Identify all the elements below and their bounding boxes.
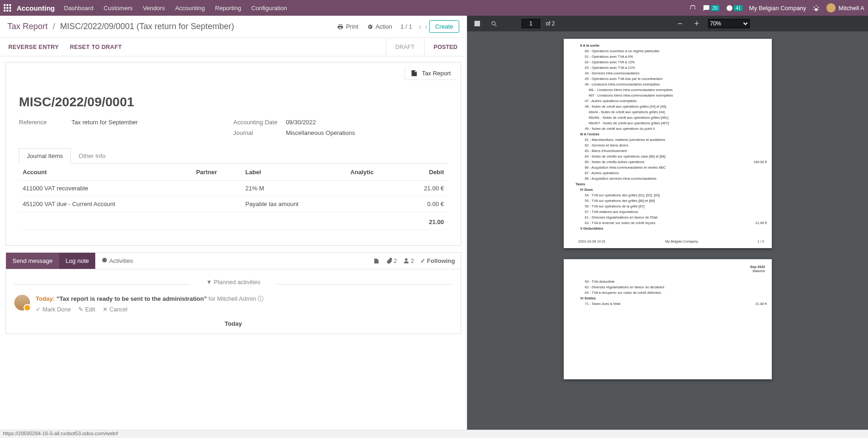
- pdf-line: 86 - Acquisition intra-communautaires et…: [576, 164, 767, 170]
- pdf-line: 61 - Diverses régularisations en faveur …: [576, 214, 767, 220]
- nav-accounting[interactable]: Accounting: [175, 5, 205, 12]
- zoom-in-icon[interactable]: +: [691, 18, 702, 29]
- create-button[interactable]: Create: [429, 20, 459, 33]
- pdf-page-total: of 2: [546, 20, 555, 27]
- table-row[interactable]: 411000 VAT recoverable 21% M 21.00 €: [19, 181, 448, 196]
- col-account[interactable]: Account: [19, 164, 192, 181]
- zoom-select[interactable]: 70%: [708, 19, 750, 28]
- nav-reporting[interactable]: Reporting: [215, 5, 241, 12]
- reverse-entry-button[interactable]: REVERSE ENTRY: [8, 44, 59, 50]
- chatter-book-icon[interactable]: [373, 258, 380, 264]
- journal-value: Miscellaneous Operations: [286, 129, 355, 136]
- pdf-line: 44 - Services intra-communautaires: [576, 70, 767, 76]
- attachments-count[interactable]: 2: [386, 257, 397, 264]
- pdf-line: 49 - Notes de crédit aux opérations du p…: [576, 126, 767, 131]
- search-icon[interactable]: [488, 18, 499, 29]
- pdf-line: 47 - Autres opérations exemptées: [576, 98, 767, 103]
- activity-title: "Tax report is ready to be sent to the a…: [56, 295, 207, 302]
- pdf-page-2: Sep 2022 Balance 59 - TVA déductible62 -…: [564, 259, 772, 379]
- top-nav: Accounting Dashboard Customers Vendors A…: [0, 0, 868, 16]
- pdf-footer-pageno: 1 / 2: [757, 239, 764, 243]
- pdf-line: VI Soldes: [576, 295, 767, 301]
- pdf-line: 83 - Biens d'investissement: [576, 148, 767, 153]
- nav-configuration[interactable]: Configuration: [251, 5, 287, 12]
- activities-icon[interactable]: 41: [726, 5, 743, 12]
- pdf-line: 00 - Opérations soumises à un régime par…: [576, 48, 767, 54]
- pager: 1 / 1: [400, 23, 412, 30]
- pdf-line: 48 - Notes de crédit aux opérations gril…: [576, 103, 767, 109]
- table-row[interactable]: 451200 VAT due - Current Account Payable…: [19, 196, 448, 212]
- accounting-date-value: 09/30/2022: [286, 119, 316, 126]
- pdf-line: Taxes: [576, 181, 767, 187]
- tab-other-info[interactable]: Other Info: [71, 148, 113, 164]
- pdf-toolbar: of 2 − + 70%: [467, 16, 868, 31]
- status-bar: REVERSE ENTRY RESET TO DRAFT DRAFT POSTE…: [0, 38, 467, 56]
- app-brand[interactable]: Accounting: [17, 4, 55, 12]
- zoom-out-icon[interactable]: −: [675, 18, 686, 29]
- pdf-page-input[interactable]: [522, 19, 540, 28]
- accounting-date-label: Accounting Date: [234, 119, 284, 126]
- pdf-line: 46 - Livraisons intra-communautaires exe…: [576, 81, 767, 87]
- pager-prev[interactable]: ‹: [417, 23, 423, 31]
- pdf2-month: Sep 2022: [750, 265, 765, 269]
- pdf-line: IV Dues: [576, 187, 767, 192]
- following-button[interactable]: ✓ Following: [420, 257, 455, 264]
- company-switcher[interactable]: My Belgian Company: [749, 5, 806, 12]
- activities-button[interactable]: Activities: [95, 253, 139, 269]
- activity-for: for Mitchell Admin: [209, 295, 256, 302]
- svg-point-0: [492, 21, 495, 25]
- pdf-line: 85 - Notes de crédits autres opérations1…: [576, 159, 767, 164]
- status-posted[interactable]: POSTED: [424, 38, 467, 56]
- log-note-button[interactable]: Log note: [59, 253, 96, 269]
- debug-icon[interactable]: [813, 4, 820, 12]
- activity-item: Today: "Tax report is ready to be sent t…: [14, 292, 452, 316]
- col-debit[interactable]: Debit: [400, 164, 448, 181]
- action-button[interactable]: Action: [367, 23, 392, 30]
- pdf-line: 46L - Livraisons biens intra-communautai…: [576, 87, 767, 92]
- col-partner[interactable]: Partner: [192, 164, 242, 181]
- pdf-line: 48s46L - Notes de crédit aux opérations …: [576, 115, 767, 120]
- pager-next[interactable]: ›: [423, 23, 429, 31]
- journal-label: Journal: [234, 129, 284, 136]
- pdf-line: 46T - Livraisons biens intra-communautai…: [576, 92, 767, 98]
- activities-badge: 41: [734, 5, 743, 11]
- pdf-line: 63 - TVA à reverser sur notes de crédit …: [576, 220, 767, 225]
- sidebar-toggle-icon[interactable]: [472, 18, 483, 29]
- messages-badge: 20: [711, 5, 720, 11]
- reset-to-draft-button[interactable]: RESET TO DRAFT: [70, 44, 122, 50]
- total-debit: 21.00: [400, 212, 448, 230]
- journal-items-table: Account Partner Label Analytic Debit 411…: [19, 164, 448, 230]
- nav-customers[interactable]: Customers: [104, 5, 133, 12]
- nav-dashboard[interactable]: Dashboard: [64, 5, 94, 12]
- messaging-icon[interactable]: 20: [703, 5, 720, 12]
- followers-count[interactable]: 2: [403, 257, 414, 264]
- status-draft[interactable]: DRAFT: [386, 38, 424, 56]
- pdf-line: 59 - TVA déductible: [576, 279, 767, 284]
- pdf-line: 87 - Autres opérations: [576, 170, 767, 176]
- col-analytic[interactable]: Analytic: [347, 164, 400, 181]
- reference-label: Reference: [19, 119, 70, 126]
- edit-activity-button[interactable]: ✎ Edit: [78, 306, 95, 313]
- horizontal-scrollbar[interactable]: [19, 238, 448, 239]
- send-message-button[interactable]: Send message: [6, 253, 59, 269]
- col-label[interactable]: Label: [242, 164, 347, 181]
- tab-journal-items[interactable]: Journal Items: [19, 148, 71, 164]
- breadcrumb-root[interactable]: Tax Report: [7, 22, 48, 31]
- info-icon[interactable]: ⓘ: [258, 295, 264, 302]
- breadcrumb: Tax Report / MISC/2022/09/0001 (Tax retu…: [7, 22, 234, 31]
- planned-activities-header[interactable]: ▼ Planned activities: [14, 276, 452, 292]
- voip-icon[interactable]: [689, 4, 696, 12]
- pdf-line: II A la sortie: [576, 43, 767, 48]
- pdf-line: 57 - TVA relatives aux importations: [576, 209, 767, 214]
- print-button[interactable]: Print: [337, 23, 358, 30]
- nav-vendors[interactable]: Vendors: [143, 5, 165, 12]
- tax-report-stat-button[interactable]: Tax Report: [405, 66, 457, 80]
- pdf-line: 88 - Acquisition services intra-communau…: [576, 176, 767, 181]
- activity-date: Today:: [36, 295, 55, 302]
- pdf-line: V Déductibles: [576, 225, 767, 231]
- mark-done-button[interactable]: ✓ Mark Done: [36, 306, 71, 313]
- user-menu[interactable]: Mitchell A: [826, 3, 864, 12]
- breadcrumb-current: MISC/2022/09/0001 (Tax return for Septem…: [60, 22, 234, 31]
- apps-icon[interactable]: [4, 4, 11, 12]
- cancel-activity-button[interactable]: ✕ Cancel: [103, 306, 128, 313]
